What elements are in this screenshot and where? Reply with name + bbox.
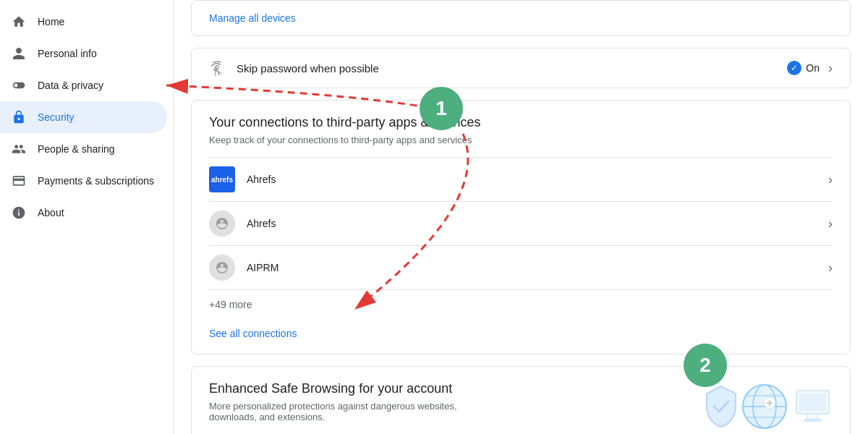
manage-devices-link[interactable]: Manage all devices bbox=[192, 1, 850, 35]
sidebar: Home Personal info Data & privacy Securi… bbox=[0, 0, 174, 434]
sidebar-item-security[interactable]: Security bbox=[0, 101, 167, 133]
safe-browse-text-section: Enhanced Safe Browsing for your account … bbox=[209, 381, 498, 422]
skip-password-label: Skip password when possible bbox=[237, 62, 787, 75]
ahrefs-2-name: Ahrefs bbox=[247, 218, 828, 229]
sidebar-item-data-privacy-label: Data & privacy bbox=[38, 80, 103, 91]
annotation-2-badge: 2 bbox=[684, 344, 727, 387]
people-icon bbox=[12, 142, 26, 156]
svg-point-1 bbox=[209, 255, 235, 281]
chevron-right-icon: › bbox=[828, 61, 833, 76]
app-row-ahrefs-2[interactable]: Ahrefs › bbox=[209, 201, 833, 245]
safe-browsing-card[interactable]: Enhanced Safe Browsing for your account … bbox=[191, 366, 851, 434]
person-icon bbox=[12, 46, 26, 61]
status-check-icon: ✓ bbox=[787, 61, 801, 75]
info-icon bbox=[12, 205, 26, 220]
third-party-desc: Keep track of your connections to third-… bbox=[209, 135, 833, 145]
skip-password-status-text: On bbox=[806, 62, 820, 74]
aiprm-name: AIPRM bbox=[247, 262, 828, 273]
skip-password-card[interactable]: Skip password when possible ✓ On › bbox=[191, 48, 851, 88]
chevron-right-icon-1: › bbox=[828, 172, 833, 187]
sidebar-item-people-sharing[interactable]: People & sharing bbox=[0, 133, 167, 165]
credit-card-icon bbox=[12, 174, 26, 188]
sidebar-item-home[interactable]: Home bbox=[0, 6, 167, 38]
safe-browse-illustration bbox=[703, 381, 833, 432]
sidebar-item-personal-info[interactable]: Personal info bbox=[0, 38, 167, 69]
svg-rect-9 bbox=[799, 393, 826, 411]
sidebar-item-security-label: Security bbox=[38, 111, 75, 123]
chevron-right-icon-2: › bbox=[828, 216, 833, 231]
sidebar-item-payments[interactable]: Payments & subscriptions bbox=[0, 165, 167, 197]
skip-password-status: ✓ On bbox=[787, 61, 820, 75]
globe-icon bbox=[739, 381, 790, 432]
sidebar-item-personal-info-label: Personal info bbox=[38, 48, 97, 59]
safe-browse-title: Enhanced Safe Browsing for your account bbox=[209, 381, 498, 396]
more-apps-text: +49 more bbox=[209, 289, 833, 319]
ahrefs-blue-icon: ahrefs bbox=[209, 166, 235, 192]
svg-point-0 bbox=[209, 210, 235, 237]
annotation-1-badge: 1 bbox=[420, 87, 463, 130]
home-icon bbox=[12, 14, 26, 29]
third-party-card: Your connections to third-party apps & s… bbox=[191, 100, 851, 354]
fingerprint-icon bbox=[209, 60, 225, 76]
lock-icon bbox=[12, 110, 26, 124]
third-party-title: Your connections to third-party apps & s… bbox=[209, 115, 833, 130]
svg-rect-10 bbox=[807, 414, 818, 420]
sidebar-item-people-sharing-label: People & sharing bbox=[38, 143, 115, 155]
main-content: Manage all devices Skip password when po… bbox=[174, 0, 868, 434]
sidebar-item-payments-label: Payments & subscriptions bbox=[38, 175, 154, 187]
aiprm-icon bbox=[209, 255, 235, 281]
ahrefs-gray-icon bbox=[209, 210, 235, 237]
manage-devices-card: Manage all devices bbox=[191, 0, 851, 36]
sidebar-item-about[interactable]: About bbox=[0, 197, 167, 229]
sidebar-item-home-label: Home bbox=[38, 16, 64, 27]
ahrefs-1-name: Ahrefs bbox=[247, 174, 828, 185]
safe-browse-desc: More personalized protections against da… bbox=[209, 401, 498, 422]
app-row-ahrefs-1[interactable]: ahrefs Ahrefs › bbox=[209, 157, 833, 201]
svg-rect-11 bbox=[804, 419, 822, 422]
see-all-connections-link[interactable]: See all connections bbox=[209, 319, 833, 339]
chevron-right-icon-3: › bbox=[828, 260, 833, 276]
sidebar-item-about-label: About bbox=[38, 207, 64, 218]
app-row-aiprm[interactable]: AIPRM › bbox=[209, 245, 833, 289]
toggle-icon bbox=[12, 78, 26, 93]
sidebar-item-data-privacy[interactable]: Data & privacy bbox=[0, 69, 167, 101]
